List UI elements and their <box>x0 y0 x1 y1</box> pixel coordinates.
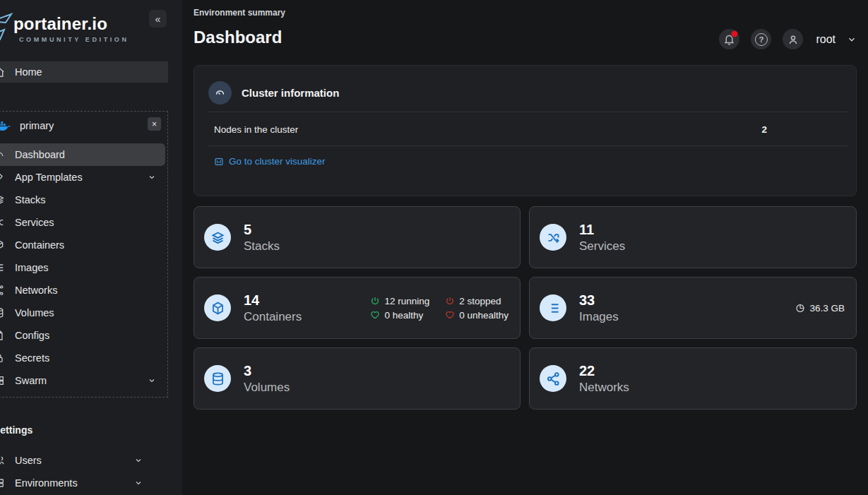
sidebar-item-volumes[interactable]: Volumes <box>0 302 167 324</box>
notifications-button[interactable] <box>719 29 739 49</box>
sidebar-item-configs[interactable]: Configs <box>0 324 167 347</box>
link-label: Go to cluster visualizer <box>229 156 326 167</box>
images-total-size: 36.3 GB <box>795 303 845 314</box>
sidebar-item-dashboard[interactable]: Dashboard <box>0 143 165 166</box>
sidebar-item-label: Secrets <box>15 352 49 364</box>
sidebar-item-home[interactable]: Home <box>0 61 168 83</box>
unhealthy-status: 0 unhealthy <box>445 310 509 321</box>
cluster-visualizer-link[interactable]: Go to cluster visualizer <box>214 156 326 167</box>
user-name[interactable]: root <box>816 33 836 46</box>
chevron-down-icon <box>148 376 156 385</box>
sidebar-item-users[interactable]: Users <box>0 449 168 472</box>
main-content: Environment summary Dashboard ? root Clu <box>182 0 868 495</box>
environment-close-button[interactable]: × <box>148 117 161 131</box>
running-status: 12 running <box>370 296 429 306</box>
panel-title: Cluster information <box>242 87 339 99</box>
images-label: Images <box>579 310 619 324</box>
breadcrumb: Environment summary <box>194 8 285 18</box>
cube-icon <box>204 294 231 321</box>
sidebar-item-label: Home <box>15 66 42 78</box>
dashboard-cards: 5 Stacks 11 Services 14 Containers <box>194 206 857 410</box>
containers-label: Containers <box>244 310 302 324</box>
sidebar-item-label: Configs <box>15 330 49 341</box>
help-button[interactable]: ? <box>751 29 771 49</box>
volumes-count: 3 <box>244 362 290 379</box>
docker-whale-icon <box>0 119 11 132</box>
sidebar-item-secrets[interactable]: Secrets <box>0 347 167 369</box>
portainer-logo-icon <box>0 11 14 48</box>
server-icon <box>0 477 6 489</box>
share-icon <box>540 365 566 392</box>
heart-icon <box>445 310 455 320</box>
heart-icon <box>370 310 380 320</box>
stopped-status: 2 stopped <box>445 296 509 306</box>
pie-chart-icon <box>795 303 805 313</box>
sidebar-item-images[interactable]: Images <box>0 256 167 279</box>
users-icon <box>0 455 6 466</box>
sidebar-item-swarm[interactable]: Swarm <box>0 369 167 392</box>
shuffle-icon <box>540 224 566 251</box>
sidebar-item-label: Dashboard <box>15 149 65 160</box>
layers-icon <box>204 224 231 251</box>
logo-subtitle: COMMUNITY EDITION <box>19 36 129 43</box>
database-icon <box>204 365 231 392</box>
visualizer-icon <box>214 157 224 167</box>
containers-card[interactable]: 14 Containers 12 running 2 stopped 0 hea… <box>194 277 521 339</box>
user-avatar[interactable] <box>783 29 803 49</box>
dashboard-icon <box>0 149 5 160</box>
container-statuses: 12 running 2 stopped 0 healthy 0 unhealt… <box>370 296 509 321</box>
volumes-card[interactable]: 3 Volumes <box>194 347 521 410</box>
panel-header: Cluster information <box>208 81 339 105</box>
power-icon <box>370 296 380 306</box>
stacks-count: 5 <box>244 221 280 238</box>
networks-label: Networks <box>579 381 629 395</box>
unhealthy-label: 0 unhealthy <box>459 310 509 321</box>
lock-icon <box>0 352 5 364</box>
environment-selector[interactable]: primary <box>0 114 168 137</box>
grid-icon <box>0 375 5 386</box>
sidebar-item-stacks[interactable]: Stacks <box>0 189 167 211</box>
sidebar: portainer.io COMMUNITY EDITION « Home pr… <box>0 0 182 495</box>
sidebar-item-services[interactable]: Services <box>0 211 167 234</box>
running-label: 12 running <box>384 296 429 306</box>
sidebar-item-environments[interactable]: Environments <box>0 472 168 494</box>
divider <box>208 145 848 146</box>
chevron-down-icon <box>134 456 143 465</box>
sidebar-item-app-templates[interactable]: App Templates <box>0 166 167 189</box>
header-actions: ? root <box>719 29 857 49</box>
chevron-down-icon <box>134 479 143 487</box>
sidebar-item-containers[interactable]: Containers <box>0 234 167 256</box>
sidebar-item-label: Services <box>15 217 54 228</box>
stacks-card[interactable]: 5 Stacks <box>194 206 521 268</box>
networks-count: 22 <box>579 362 629 379</box>
settings-section-header: Settings <box>0 424 32 436</box>
nodes-row-label: Nodes in the cluster <box>214 124 298 135</box>
power-icon <box>445 296 455 306</box>
services-card[interactable]: 11 Services <box>529 206 857 268</box>
notification-badge <box>731 30 738 37</box>
database-icon <box>0 307 5 318</box>
size-label: 36.3 GB <box>809 303 845 314</box>
sidebar-item-label: Users <box>15 455 42 466</box>
sidebar-item-label: Networks <box>15 285 57 296</box>
sidebar-item-label: Swarm <box>15 375 47 386</box>
networks-card[interactable]: 22 Networks <box>529 347 857 410</box>
chevron-down-icon[interactable] <box>847 35 857 44</box>
healthy-status: 0 healthy <box>370 310 429 321</box>
list-icon <box>0 262 5 273</box>
images-count: 33 <box>579 292 619 309</box>
cube-icon <box>0 239 5 251</box>
sidebar-item-label: Containers <box>15 239 64 251</box>
home-icon <box>0 66 6 78</box>
file-icon <box>0 330 5 341</box>
sidebar-item-label: Images <box>15 262 49 273</box>
volumes-label: Volumes <box>244 381 290 395</box>
question-icon: ? <box>755 33 768 46</box>
layers-icon <box>0 194 5 205</box>
images-card[interactable]: 33 Images 36.3 GB <box>529 277 857 339</box>
stopped-label: 2 stopped <box>459 296 501 306</box>
sidebar-item-networks[interactable]: Networks <box>0 279 167 302</box>
nodes-row-value: 2 <box>761 124 767 135</box>
sidebar-collapse-button[interactable]: « <box>149 10 167 28</box>
environment-name: primary <box>20 120 54 131</box>
